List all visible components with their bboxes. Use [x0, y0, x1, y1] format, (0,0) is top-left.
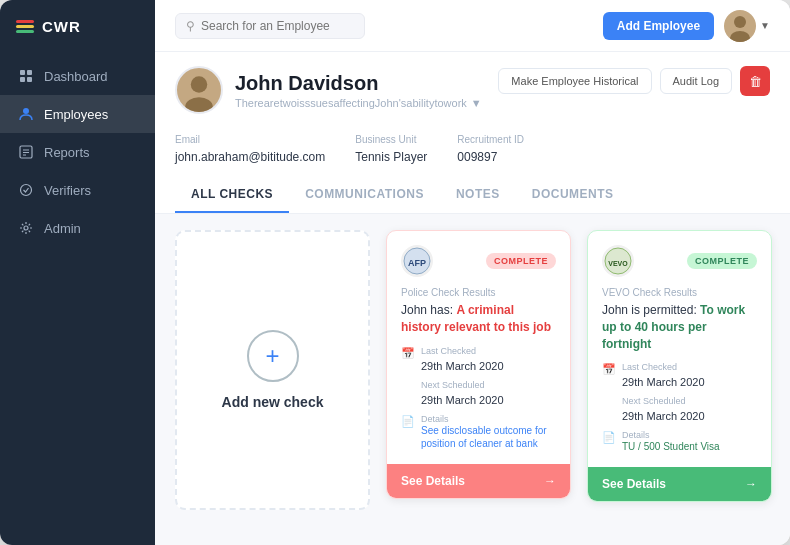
sidebar-item-employees[interactable]: Employees — [0, 95, 155, 133]
sidebar-item-admin[interactable]: Admin — [0, 209, 155, 247]
search-input[interactable] — [201, 19, 354, 33]
doc-icon: 📄 — [401, 415, 415, 428]
admin-icon — [18, 220, 34, 236]
add-check-card[interactable]: + Add new check — [175, 230, 370, 510]
sidebar: CWR Dashboard Employees Reports — [0, 0, 155, 545]
police-next-scheduled-row: 📅 Next Scheduled 29th March 2020 — [401, 380, 556, 408]
svg-text:AFP: AFP — [408, 258, 426, 268]
calendar-icon: 📅 — [401, 347, 415, 360]
sidebar-item-employees-label: Employees — [44, 107, 108, 122]
tab-documents[interactable]: DOCUMENTS — [516, 177, 630, 213]
employee-info-row: John Davidson Therearetwoisssuesaffectin… — [175, 66, 770, 114]
svg-point-13 — [191, 76, 208, 93]
police-org-logo: AFP — [401, 245, 433, 277]
employee-header: John Davidson Therearetwoisssuesaffectin… — [155, 52, 790, 214]
vevo-last-checked-row: 📅 Last Checked 29th March 2020 — [602, 362, 757, 390]
main-content: ⚲ Add Employee ▼ — [155, 0, 790, 545]
sidebar-item-admin-label: Admin — [44, 221, 81, 236]
employee-left: John Davidson Therearetwoisssuesaffectin… — [175, 66, 482, 114]
content-area: + Add new check AFP COMPLETE Police Chec… — [155, 214, 790, 545]
svg-point-10 — [24, 226, 28, 230]
vevo-org-logo: VEVO — [602, 245, 634, 277]
employee-avatar — [175, 66, 223, 114]
employee-subtitle: TherearetwoisssuesaffectingJohn'sability… — [235, 97, 482, 109]
vevo-next-scheduled-row: 📅 Next Scheduled 29th March 2020 — [602, 396, 757, 424]
police-last-checked-row: 📅 Last Checked 29th March 2020 — [401, 346, 556, 374]
vevo-see-details-button[interactable]: See Details → — [588, 467, 771, 501]
chevron-down-icon: ▼ — [760, 20, 770, 31]
sidebar-item-dashboard[interactable]: Dashboard — [0, 57, 155, 95]
sidebar-item-dashboard-label: Dashboard — [44, 69, 108, 84]
topbar-right: Add Employee ▼ — [603, 10, 770, 42]
add-check-label: Add new check — [222, 394, 324, 410]
svg-rect-2 — [20, 77, 25, 82]
employee-actions: Make Employee Historical Audit Log 🗑 — [498, 66, 770, 96]
svg-rect-1 — [27, 70, 32, 75]
employee-name: John Davidson — [235, 72, 482, 95]
svg-point-14 — [185, 97, 213, 114]
tab-communications[interactable]: COMMUNICATIONS — [289, 177, 440, 213]
police-check-card: AFP COMPLETE Police Check Results John h… — [386, 230, 571, 499]
police-check-body: AFP COMPLETE Police Check Results John h… — [387, 231, 570, 464]
user-avatar-area[interactable]: ▼ — [724, 10, 770, 42]
avatar — [724, 10, 756, 42]
sidebar-item-verifiers[interactable]: Verifiers — [0, 171, 155, 209]
search-icon: ⚲ — [186, 19, 195, 33]
svg-point-4 — [23, 108, 29, 114]
tabs: ALL CHECKS COMMUNICATIONS NOTES DOCUMENT… — [175, 177, 770, 213]
svg-rect-0 — [20, 70, 25, 75]
vevo-check-top: VEVO COMPLETE — [602, 245, 757, 277]
add-employee-button[interactable]: Add Employee — [603, 12, 714, 40]
police-check-type: Police Check Results — [401, 287, 556, 298]
tab-all-checks[interactable]: ALL CHECKS — [175, 177, 289, 213]
sidebar-nav: Dashboard Employees Reports Verifiers — [0, 49, 155, 545]
vevo-check-badge: COMPLETE — [687, 253, 757, 269]
sidebar-item-verifiers-label: Verifiers — [44, 183, 91, 198]
vevo-arrow-right-icon: → — [745, 477, 757, 491]
arrow-right-icon: → — [544, 474, 556, 488]
vevo-details-row: 📄 Details TU / 500 Student Visa — [602, 430, 757, 453]
audit-log-button[interactable]: Audit Log — [660, 68, 732, 94]
recruitment-id-field: Recruitment ID 009897 — [457, 134, 524, 165]
sidebar-item-reports[interactable]: Reports — [0, 133, 155, 171]
vevo-check-card: VEVO COMPLETE VEVO Check Results John is… — [587, 230, 772, 502]
police-see-details-button[interactable]: See Details → — [387, 464, 570, 498]
topbar: ⚲ Add Employee ▼ — [155, 0, 790, 52]
svg-text:VEVO: VEVO — [608, 260, 628, 267]
police-check-badge: COMPLETE — [486, 253, 556, 269]
delete-button[interactable]: 🗑 — [740, 66, 770, 96]
business-unit-field: Business Unit Tennis Player — [355, 134, 427, 165]
employee-meta: Email john.abraham@bititude.com Business… — [175, 124, 770, 177]
vevo-check-body: VEVO COMPLETE VEVO Check Results John is… — [588, 231, 771, 467]
logo-icon — [16, 20, 34, 33]
employee-details: John Davidson Therearetwoisssuesaffectin… — [235, 72, 482, 109]
svg-point-12 — [730, 31, 750, 42]
vevo-check-type: VEVO Check Results — [602, 287, 757, 298]
vevo-check-result: John is permitted: To work up to 40 hour… — [602, 302, 757, 352]
svg-rect-3 — [27, 77, 32, 82]
search-box[interactable]: ⚲ — [175, 13, 365, 39]
dropdown-icon: ▼ — [471, 97, 482, 109]
vevo-calendar-icon: 📅 — [602, 363, 616, 376]
logo-text: CWR — [42, 18, 81, 35]
make-historical-button[interactable]: Make Employee Historical — [498, 68, 651, 94]
verifiers-icon — [18, 182, 34, 198]
svg-point-9 — [21, 185, 32, 196]
logo-area: CWR — [0, 0, 155, 49]
police-check-result: John has: A criminal history relevant to… — [401, 302, 556, 336]
svg-point-11 — [734, 16, 746, 28]
vevo-doc-icon: 📄 — [602, 431, 616, 444]
police-check-top: AFP COMPLETE — [401, 245, 556, 277]
dashboard-icon — [18, 68, 34, 84]
email-field: Email john.abraham@bititude.com — [175, 134, 325, 165]
tab-notes[interactable]: NOTES — [440, 177, 516, 213]
plus-icon: + — [247, 330, 299, 382]
police-details-row: 📄 Details See disclosable outcome for po… — [401, 414, 556, 450]
sidebar-item-reports-label: Reports — [44, 145, 90, 160]
employees-icon — [18, 106, 34, 122]
reports-icon — [18, 144, 34, 160]
